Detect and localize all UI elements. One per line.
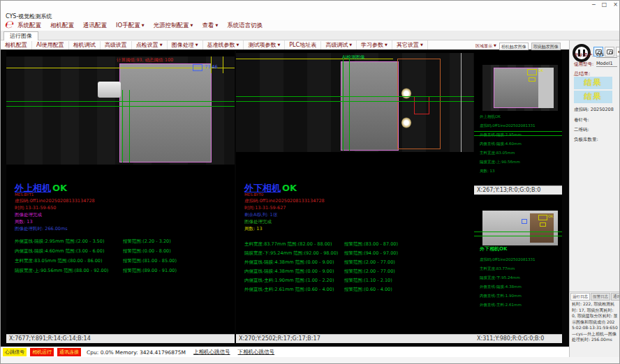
pin-number-label: 卷针号: — [574, 117, 589, 123]
log-tabs: 运行日志 报警日志 通讯日志 — [570, 293, 620, 301]
mid-camera-view[interactable]: AI检测图像 外下相机OK MES:BYT0 虚拟码:0ff1ine202502… — [236, 51, 478, 334]
upper-camera-heartbeat-link[interactable]: 上相机心跳信号 — [193, 349, 230, 356]
chevron-down-icon: ▼ — [420, 43, 423, 47]
measure-marker — [193, 64, 202, 71]
measure-value-overlay: 73.46 — [205, 64, 218, 70]
menu-view[interactable]: 查看▼ — [202, 22, 218, 30]
menubar: ℮ 系统配置 相机配置 通讯配置 IO手配置▼ 光源控制配置▼ 查看▼ 系统语言… — [1, 20, 620, 31]
sidebar: ← 登录用户: cys 使用型号: Model1 总结果: 结果 结果 虚拟码:… — [569, 40, 620, 357]
tool-baseline-params[interactable]: 基准线参数▼ — [203, 40, 244, 50]
login-user-value[interactable]: cys — [596, 52, 617, 58]
bottom-strip — [1, 357, 620, 364]
minimize-icon[interactable]: ─ — [592, 1, 596, 8]
region-display-label[interactable]: 区域显示▼ — [475, 43, 496, 50]
measure-marker — [522, 219, 527, 224]
connector-object — [98, 82, 121, 98]
tool-image-processing[interactable]: 图像处理▼ — [168, 40, 203, 50]
chevron-down-icon: ▼ — [160, 43, 163, 47]
thumb-bottom-image[interactable]: OK — [482, 211, 558, 245]
mid-camera-image[interactable]: AI检测图像 — [236, 53, 478, 152]
thumb-top-image[interactable]: OK — [482, 65, 558, 111]
chevron-down-icon: ▼ — [237, 43, 239, 47]
barcode-line: 虚拟码:0ff1ine20250208133134728 — [244, 197, 325, 204]
heartbeat-badge: 心跳信号 — [3, 348, 27, 356]
tab-run-log[interactable]: 运行日志 — [570, 293, 590, 301]
left-camera-image[interactable]: 73.46 计算阈值:93, 动态阈值:100 — [6, 56, 235, 165]
thumb-result-lines: 外上相机OK 虚拟码:0ff1ine202502081331 外侧直线-隔膜:2… — [480, 112, 536, 176]
measure-line — [349, 59, 350, 151]
maximize-icon[interactable]: □ — [602, 1, 607, 8]
left-pixel-coords: X:7677;Y:891;R:14;G:14;B:14 — [6, 334, 235, 343]
thumb-top-view[interactable]: OK 外上相机OK 虚拟码:0ff1ine202502081331 外侧直线-隔… — [474, 51, 562, 185]
tool-camera-debug[interactable]: 相机调试 — [69, 41, 101, 50]
main-workspace: 区域显示▼ 相机触发图像 瑕疵触发图像 73.46 计算阈值:93, 动态阈值:… — [1, 50, 569, 347]
tab-alarm-log[interactable]: 报警日志 — [591, 293, 610, 301]
qr-code-label: 二维码: — [574, 127, 589, 133]
titlebar: CYS-视觉检测系统 ─ □ × — [1, 1, 620, 20]
lower-camera-heartbeat-link[interactable]: 下相机心跳信号 — [238, 349, 275, 356]
divider — [570, 291, 620, 292]
bright-region — [538, 68, 554, 108]
thumb-bottom-pixel-coords: X:311;Y:980;R:0;G:0;B:0 — [474, 334, 562, 343]
chevron-down-icon: ▼ — [195, 43, 198, 47]
chevron-down-icon: ▼ — [215, 23, 218, 27]
chevron-down-icon: ▼ — [494, 43, 496, 47]
virtual-code-label: 虚拟码: 20250208 — [574, 107, 614, 113]
tab-run-image[interactable]: 运行图像 — [3, 31, 38, 40]
model-label: 使用型号: — [574, 61, 593, 68]
menu-system-config[interactable]: 系统配置 — [17, 22, 41, 30]
chevron-down-icon: ▼ — [142, 23, 145, 27]
tool-other-settings[interactable]: 其它设置▼ — [392, 40, 428, 50]
thumb-bottom-view[interactable]: OK 外下相机OK 虚拟码:0ff1ine202502081331 主料宽度:8… — [474, 195, 562, 334]
tool-advanced-debug[interactable]: 高级调试▼ — [321, 40, 357, 50]
app-window: CYS-视觉检测系统 ─ □ × ℮ 系统配置 相机配置 通讯配置 IO手配置▼… — [0, 0, 620, 364]
count-line: 周数: 13 — [15, 218, 95, 225]
measurement-row: 内侧直线-隔膜:4.38mm 范围:(0.00 - 9.00)报警范围:(2.0… — [244, 267, 398, 276]
measurement-row: 隔膜宽度-上:90.56mm 范围:(88.00 - 92.00)报警范围:(8… — [15, 266, 177, 275]
tool-camera-config[interactable]: 相机配置 — [1, 41, 32, 50]
detect-label: OK — [548, 214, 553, 218]
tab-defect-trigger-image[interactable]: 瑕疵触发图像 — [531, 43, 561, 50]
left-camera-view[interactable]: 73.46 计算阈值:93, 动态阈值:100 外上相机OK MES:BYT1 … — [6, 51, 235, 334]
close-icon[interactable]: × — [613, 1, 618, 8]
defect-marker — [414, 96, 429, 114]
measure-line — [474, 236, 562, 236]
window-controls: ─ □ × — [592, 1, 618, 8]
measure-line — [6, 106, 235, 107]
result-info-block: 虚拟码:0ff1ine20250208133134728 时间:13-31-59… — [244, 197, 325, 232]
menu-language-switch[interactable]: 系统语言切换 — [227, 22, 263, 30]
cpu-memory-status: Cpu: 0.0% Memory: 3424.41796875M — [87, 349, 186, 356]
tab-camera-trigger-image[interactable]: 相机触发图像 — [499, 43, 529, 50]
tool-test-params[interactable]: 测试项参数▼ — [244, 40, 285, 50]
measure-line — [236, 96, 478, 97]
tool-ai-config[interactable]: AI使用配置 — [32, 41, 69, 50]
elapsed-line: 图像处理耗时: 266.00ms — [15, 225, 95, 232]
threshold-overlay: 计算阈值:93, 动态阈值:100 — [117, 57, 173, 63]
menu-comm-config[interactable]: 通讯配置 — [83, 22, 107, 30]
measure-line — [236, 101, 478, 102]
menu-light-config[interactable]: 光源控制配置▼ — [154, 22, 193, 30]
measure-line — [343, 59, 344, 151]
measure-line — [129, 90, 130, 162]
result-box-lower: 结果 — [574, 91, 612, 103]
result-info-block: 虚拟码:0ff1ine20250208133134728 时间:13-31-59… — [15, 197, 95, 232]
measurement-row: 主料宽度:83.77mm 范围:(82.00 - 88.00)报警范围:(83.… — [244, 240, 398, 249]
tab-comm-log[interactable]: 通讯日志 — [611, 293, 620, 301]
ai-image-label: AI检测图像 — [342, 54, 364, 61]
model-value[interactable]: Model1 — [596, 61, 617, 67]
material-region — [119, 63, 212, 162]
camera-run-badge: 相机运行 — [30, 348, 54, 356]
tool-spot-check[interactable]: 点检设置▼ — [132, 40, 168, 50]
tool-learning-params[interactable]: 学习参数▼ — [357, 40, 392, 50]
measurement-list: 主料宽度:83.77mm 范围:(82.00 - 88.00)报警范围:(83.… — [244, 240, 398, 294]
result-box-upper: 结果 — [574, 77, 612, 89]
edge-line — [461, 53, 462, 152]
menu-io-config[interactable]: IO手配置▼ — [116, 22, 145, 30]
measurement-row: 外侧直线-隔膜:2.95mm 范围:(2.00 - 3.50)报警范围:(2.2… — [15, 236, 177, 246]
count-line: 周数: 13 — [244, 225, 325, 232]
reference-line — [223, 56, 223, 73]
tool-advanced-settings[interactable]: 高级设置 — [101, 41, 132, 50]
done-line: 图像处理完成 — [244, 218, 325, 225]
tool-plc-address[interactable]: PLC地址表 — [285, 41, 321, 50]
menu-camera-config[interactable]: 相机配置 — [50, 22, 74, 30]
